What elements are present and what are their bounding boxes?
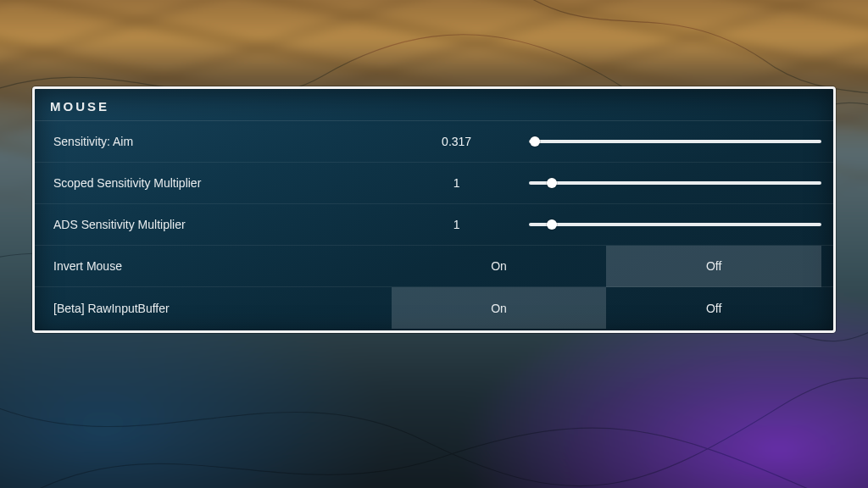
setting-label: ADS Sensitivity Multiplier (53, 218, 392, 231)
raw-input-off[interactable]: Off (606, 287, 821, 329)
raw-input-on[interactable]: On (392, 287, 607, 329)
setting-row-raw-input-buffer: [Beta] RawInputBuffer On Off (35, 287, 833, 329)
setting-label: Invert Mouse (53, 259, 392, 273)
setting-label: Scoped Sensitivity Multiplier (53, 176, 392, 190)
sensitivity-slider[interactable] (529, 140, 821, 143)
setting-value: 1 (392, 176, 522, 190)
mouse-settings-panel: MOUSE Sensitivity: Aim 0.317 Scoped Sens… (32, 86, 836, 333)
toggle-group: On Off (392, 246, 821, 286)
scoped-multiplier-slider[interactable] (529, 181, 821, 185)
setting-row-scoped-multiplier: Scoped Sensitivity Multiplier 1 (35, 163, 833, 204)
setting-row-sensitivity-aim: Sensitivity: Aim 0.317 (35, 121, 833, 163)
invert-mouse-on[interactable]: On (392, 246, 607, 287)
ads-multiplier-slider[interactable] (529, 223, 821, 226)
setting-value: 1 (392, 218, 522, 231)
slider-thumb[interactable] (547, 178, 557, 188)
slider-thumb[interactable] (547, 219, 557, 230)
invert-mouse-off[interactable]: Off (606, 246, 821, 287)
toggle-group: On Off (392, 288, 821, 329)
setting-value: 0.317 (392, 135, 522, 148)
setting-row-ads-multiplier: ADS Sensitivity Multiplier 1 (35, 204, 833, 246)
section-title: MOUSE (35, 89, 833, 121)
setting-label: Sensitivity: Aim (53, 135, 392, 148)
slider-thumb[interactable] (530, 136, 540, 147)
setting-label: [Beta] RawInputBuffer (53, 302, 392, 315)
setting-row-invert-mouse: Invert Mouse On Off (35, 246, 833, 287)
